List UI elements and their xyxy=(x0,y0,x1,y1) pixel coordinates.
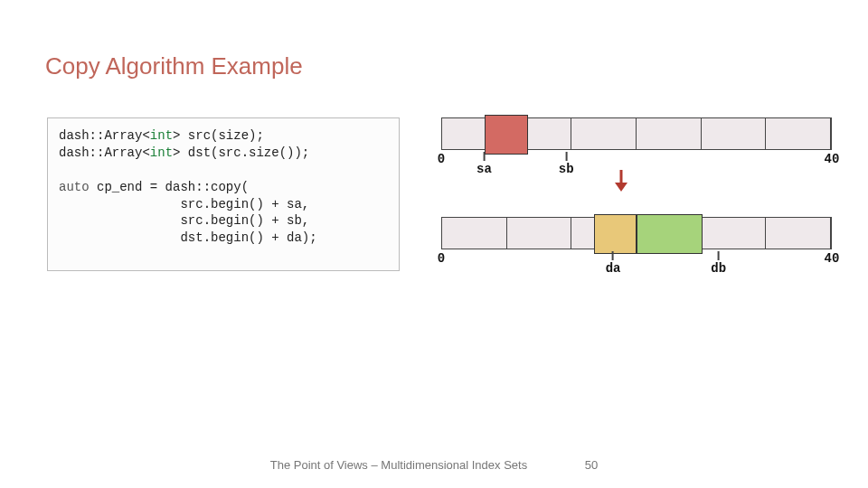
code-l2a: dash::Array< xyxy=(59,145,150,160)
tick-label: 40 xyxy=(825,152,840,166)
dst-cell xyxy=(507,218,572,249)
page-title: Copy Algorithm Example xyxy=(45,52,303,80)
copy-arrow-icon xyxy=(613,170,624,186)
tick-label: da xyxy=(606,261,621,276)
tick-label: db xyxy=(711,261,726,276)
src-cell xyxy=(571,118,637,149)
code-l1a: dash::Array< xyxy=(59,128,150,143)
src-cell xyxy=(766,118,831,149)
dst-highlight-second xyxy=(637,214,703,254)
src-cell xyxy=(702,118,767,149)
code-l5: src.begin() + sb, xyxy=(59,213,309,228)
code-block: dash::Array<int> src(size); dash::Array<… xyxy=(47,117,400,271)
tick-sb: sb xyxy=(559,152,574,176)
dst-cell xyxy=(766,218,831,249)
src-array xyxy=(441,117,832,150)
tick-label: sb xyxy=(559,162,574,176)
code-blank xyxy=(59,163,66,177)
footer: The Point of Views – Multidimensional In… xyxy=(0,458,868,472)
code-l1c: > src(size); xyxy=(173,128,264,143)
src-cell xyxy=(637,118,702,149)
src-highlight xyxy=(485,115,527,155)
keyword-int: int xyxy=(150,145,173,160)
tick-max: 40 xyxy=(825,251,840,266)
src-ticks: 0 sa sb 40 xyxy=(441,152,832,172)
page-number: 50 xyxy=(585,458,598,472)
code-l3b: cp_end = dash::copy( xyxy=(90,180,249,194)
tick-label: sa xyxy=(476,162,492,176)
footer-text: The Point of Views – Multidimensional In… xyxy=(270,458,527,472)
tick-label: 0 xyxy=(438,152,445,166)
dst-cell xyxy=(702,218,767,249)
tick-da: da xyxy=(606,251,621,276)
dst-ticks: 0 da db 40 xyxy=(441,251,832,271)
tick-sa: sa xyxy=(476,152,492,176)
code-l6: dst.begin() + da); xyxy=(59,230,317,245)
code-l2c: > dst(src.size()); xyxy=(173,145,309,160)
arrays-diagram: 0 sa sb 40 0 da db 40 xyxy=(441,117,832,271)
tick-db: db xyxy=(711,251,726,276)
keyword-auto: auto xyxy=(59,180,90,194)
dst-array xyxy=(441,217,832,249)
code-l4: src.begin() + sa, xyxy=(59,197,309,211)
dst-highlight-first xyxy=(594,214,637,254)
tick-max: 40 xyxy=(825,152,840,166)
tick-zero: 0 xyxy=(438,251,445,266)
dst-cell xyxy=(442,218,507,249)
tick-label: 0 xyxy=(438,251,445,266)
tick-zero: 0 xyxy=(438,152,445,166)
keyword-int: int xyxy=(150,128,173,143)
tick-label: 40 xyxy=(825,251,840,266)
